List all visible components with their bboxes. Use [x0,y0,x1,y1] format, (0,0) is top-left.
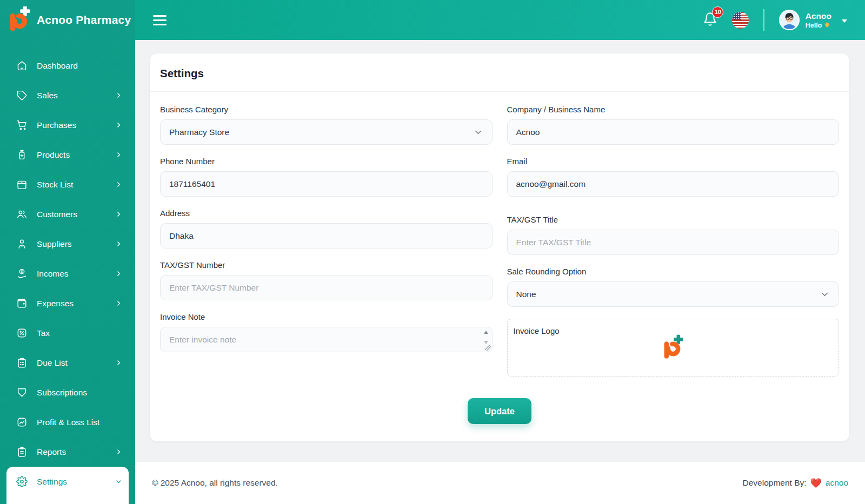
acnoo-logo-icon [7,5,32,35]
page-title: Settings [160,67,204,79]
notifications-button[interactable]: 10 [703,12,717,29]
sidebar-item-label: Products [37,150,70,160]
sidebar-item-stock-list[interactable]: Stock List [6,170,129,199]
chevron-right-icon [115,92,122,99]
chevron-right-icon [115,300,122,307]
email-input[interactable] [507,171,840,197]
tax-number-label: TAX/GST Number [160,260,493,270]
invoice-logo-image [662,333,684,362]
scroll-down-icon[interactable] [484,341,488,344]
sidebar-item-dashboard[interactable]: Dashboard [6,51,129,80]
badge-tag-icon [16,387,28,398]
sidebar-item-customers[interactable]: Customers [6,199,129,229]
chevron-right-icon [115,270,122,277]
address-input[interactable] [160,223,493,248]
box-icon [16,179,28,190]
sidebar-item-suppliers[interactable]: Suppliers [6,229,129,259]
sidebar-item-label: Expenses [37,299,74,308]
chevron-right-icon [115,181,122,188]
coin-hand-icon [16,268,28,279]
header-divider [763,9,764,31]
hamburger-menu-button[interactable] [153,15,167,25]
sidebar-item-profit-loss-list[interactable]: Profit & Loss List [6,407,129,437]
sidebar-item-settings[interactable]: Settings [6,467,129,496]
sidebar-item-label: Stock List [37,180,73,190]
user-greeting: Hello [806,22,822,29]
sidebar-item-tax[interactable]: Tax [6,318,129,348]
chevron-down-icon [115,478,122,485]
sidebar-item-reports[interactable]: Reports [6,437,129,467]
tax-title-input[interactable] [507,230,840,255]
chevron-down-icon [473,127,483,137]
chevron-down-icon [842,19,847,23]
sidebar-item-incomes[interactable]: Incomes [6,259,129,288]
sidebar-nav: Dashboard Sales Purchases Products Stock… [0,40,135,504]
settings-form: Business Category Pharmacy Store Phone N… [150,92,849,441]
sidebar-item-label: Sales [37,91,58,100]
users-icon [16,209,28,220]
language-flag-button[interactable] [732,12,749,29]
sidebar-item-purchases[interactable]: Purchases [6,110,129,140]
sidebar-item-due-list[interactable]: Due List [6,348,129,378]
company-name-label: Company / Business Name [507,105,840,114]
scroll-up-icon[interactable] [484,331,488,334]
phone-input[interactable] [160,171,493,197]
chevron-right-icon [115,240,122,247]
email-label: Email [507,157,840,166]
home-icon [16,60,28,71]
app-window: Acnoo Pharmacy Dashboard Sales Purchases… [0,0,865,504]
copyright-text: © 2025 Acnoo, all rights reserved. [152,478,278,488]
content-area: Settings Business Category Pharmacy Stor… [135,40,865,462]
sidebar: Acnoo Pharmacy Dashboard Sales Purchases… [0,0,135,504]
acnoo-link[interactable]: acnoo [826,478,848,488]
form-left-column: Business Category Pharmacy Store Phone N… [160,105,493,377]
invoice-note-textarea[interactable] [160,327,493,352]
sidebar-item-label: Dashboard [37,61,78,71]
chevron-down-icon [820,289,830,299]
sidebar-item-label: Reports [37,447,66,457]
sidebar-item-subscriptions[interactable]: Subscriptions [6,378,129,407]
resize-handle[interactable] [485,345,491,351]
tax-number-input[interactable] [160,275,493,300]
notification-badge: 10 [712,6,723,18]
form-right-column: Company / Business Name Email TAX/GST Ti… [507,105,840,377]
business-category-value: Pharmacy Store [169,127,229,137]
address-label: Address [160,209,493,218]
report-icon [16,446,28,458]
invoice-logo-upload[interactable]: Invoice Logo [507,319,840,377]
medicine-bottle-icon [16,149,28,160]
textarea-scrollbar[interactable] [484,331,488,344]
chart-icon [16,416,28,428]
avatar [779,10,800,30]
sidebar-item-expenses[interactable]: Expenses [6,288,129,318]
heart-icon: ❤️ [810,479,822,488]
cart-icon [16,119,28,131]
sidebar-item-products[interactable]: Products [6,140,129,170]
business-category-select[interactable]: Pharmacy Store [160,119,493,145]
user-name: Acnoo [806,11,831,21]
sidebar-item-sales[interactable]: Sales [6,80,129,110]
wallet-icon [16,298,28,309]
clipboard-list-icon [16,357,28,368]
sidebar-item-label: Purchases [37,120,76,130]
sidebar-item-label: Suppliers [37,239,72,249]
company-name-input[interactable] [507,119,840,145]
sale-rounding-select[interactable]: None [507,281,840,307]
chevron-right-icon [115,359,122,366]
chevron-right-icon [115,448,122,455]
top-header: 10 [135,0,865,40]
page-footer: © 2025 Acnoo, all rights reserved. Devel… [135,462,865,504]
sidebar-item-label: Incomes [37,269,69,279]
tax-title-label: TAX/GST Title [507,215,840,224]
sidebar-item-label: Due List [37,358,68,368]
sale-rounding-label: Sale Rounding Option [507,267,840,276]
chevron-right-icon [115,122,122,129]
sidebar-item-label: Settings [37,477,67,487]
sidebar-item-label: Subscriptions [37,388,87,398]
sidebar-active-group: Settings [6,467,129,504]
brand[interactable]: Acnoo Pharmacy [0,0,135,40]
user-menu[interactable]: Acnoo Hello [779,10,847,30]
update-button[interactable]: Update [468,398,531,424]
business-category-label: Business Category [160,105,493,114]
sidebar-item-label: Customers [37,210,77,219]
